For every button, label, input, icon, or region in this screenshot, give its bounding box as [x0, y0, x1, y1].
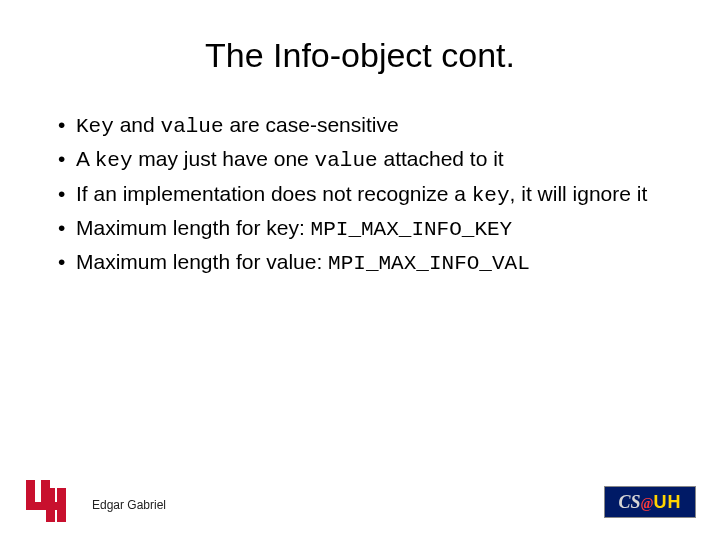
list-item: Maximum length for value: MPI_MAX_INFO_V…: [58, 248, 692, 278]
text: and: [114, 113, 161, 136]
code: key: [95, 149, 133, 172]
code: value: [161, 115, 224, 138]
uh-logo-icon: [24, 478, 66, 522]
text: Maximum length for key:: [76, 216, 311, 239]
text: If an implementation does not recognize …: [76, 182, 472, 205]
footer: Edgar Gabriel CS@UH: [0, 472, 720, 522]
slide-title: The Info-object cont.: [28, 36, 692, 75]
code: MPI_MAX_INFO_KEY: [311, 218, 513, 241]
cs-text: CS: [618, 492, 640, 512]
list-item: Key and value are case-sensitive: [58, 111, 692, 141]
cs-at-uh-logo: CS@UH: [604, 486, 696, 518]
svg-rect-5: [46, 502, 66, 510]
code: key: [472, 184, 510, 207]
text: are case-sensitive: [224, 113, 399, 136]
text: attached to it: [378, 147, 504, 170]
bullet-list: Key and value are case-sensitive A key m…: [28, 111, 692, 279]
text: may just have one: [133, 147, 315, 170]
text: Maximum length for value:: [76, 250, 328, 273]
list-item: If an implementation does not recognize …: [58, 180, 692, 210]
at-text: @: [641, 496, 654, 511]
text: , it will ignore it: [510, 182, 648, 205]
code: Key: [76, 115, 114, 138]
author-name: Edgar Gabriel: [92, 498, 166, 512]
text: A: [76, 147, 95, 170]
list-item: A key may just have one value attached t…: [58, 145, 692, 175]
slide: The Info-object cont. Key and value are …: [0, 0, 720, 540]
list-item: Maximum length for key: MPI_MAX_INFO_KEY: [58, 214, 692, 244]
code: MPI_MAX_INFO_VAL: [328, 252, 530, 275]
uh-text: UH: [654, 492, 682, 512]
code: value: [315, 149, 378, 172]
